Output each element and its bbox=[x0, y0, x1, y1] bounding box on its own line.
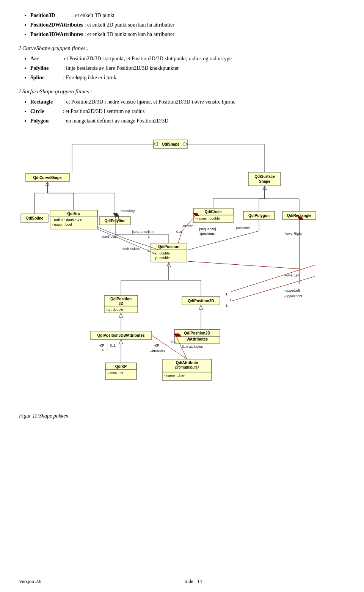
bullet-position3dw: Position3DWAttributes : et enkelt 3D pun… bbox=[30, 30, 345, 38]
svg-text:-startPosition: -startPosition bbox=[100, 235, 121, 239]
footer-page: Side : 14 bbox=[184, 578, 202, 584]
svg-text:0..n: 0..n bbox=[148, 230, 154, 234]
figure-caption: Figur 11:Shape pakken bbox=[19, 413, 345, 419]
svg-text:QdiPosition2D: QdiPosition2D bbox=[188, 299, 214, 303]
footer-version: Versjon 3.0 bbox=[19, 578, 41, 584]
svg-text:- major : bool: - major : bool bbox=[52, 223, 72, 226]
svg-text:-/positions: -/positions bbox=[199, 232, 215, 236]
bullet-desc: : et enkelt 3D punkt bbox=[56, 13, 115, 18]
svg-text:-positions: -positions bbox=[235, 226, 250, 230]
svg-text:QdiSpline: QdiSpline bbox=[26, 216, 44, 220]
svg-text:1: 1 bbox=[118, 217, 119, 220]
svg-text:- y : double: - y : double bbox=[153, 256, 170, 260]
svg-text:WAttributes: WAttributes bbox=[187, 337, 208, 341]
svg-text:QdiPolygon: QdiPolygon bbox=[248, 214, 270, 218]
svg-marker-124 bbox=[119, 313, 123, 317]
page-footer: Versjon 3.0 Side : 14 bbox=[0, 576, 364, 584]
svg-text:-attributes: -attributes bbox=[150, 349, 166, 353]
svg-text:Shape: Shape bbox=[259, 179, 270, 184]
svg-marker-83 bbox=[113, 213, 119, 217]
svg-marker-126 bbox=[199, 305, 203, 309]
polygon-desc: : en mangekant definert av mange Positio… bbox=[50, 118, 169, 124]
bullet-desc: : et enkelt 2D punkt som kan ha attribut… bbox=[85, 22, 174, 28]
circle-label: Circle bbox=[30, 108, 44, 114]
svg-text:QdiPosition2D: QdiPosition2D bbox=[184, 331, 210, 335]
svg-text:QdiShape: QdiShape bbox=[162, 142, 180, 146]
top-bullets: Position3D : et enkelt 3D punkt Position… bbox=[19, 11, 345, 38]
svg-text:0..n: 0..n bbox=[176, 230, 182, 234]
svg-line-110 bbox=[188, 261, 300, 269]
bullet-circle: Circle : et Position2D/3D i sentrum og r… bbox=[30, 107, 345, 115]
svg-text:QdiKP: QdiKP bbox=[115, 364, 127, 369]
svg-line-99 bbox=[182, 216, 195, 231]
svg-text:0..n: 0..n bbox=[171, 340, 176, 344]
svg-text:QdiCircle: QdiCircle bbox=[205, 210, 222, 214]
svg-text:-upperRight: -upperRight bbox=[284, 294, 303, 298]
diagram-svg: QdiShape QdiCurveShape QdiSurface Shape … bbox=[19, 132, 345, 405]
svg-text:- radius : double = 0.: - radius : double = 0. bbox=[52, 218, 83, 222]
svg-text:QdiPosition: QdiPosition bbox=[158, 245, 179, 249]
svg-text:0..n: 0..n bbox=[182, 345, 188, 349]
svg-text:1: 1 bbox=[148, 235, 150, 239]
svg-text:3D: 3D bbox=[119, 301, 124, 306]
svg-text:-center: -center bbox=[182, 224, 193, 228]
curve-shape-heading: I CurveShape gruppen finnes : bbox=[19, 45, 345, 52]
bullet-label: Position3DWAttributes bbox=[30, 31, 83, 37]
svg-text:QdiSurface: QdiSurface bbox=[254, 174, 275, 179]
polygon-label: Polygon bbox=[30, 118, 49, 124]
svg-text:QdiAttribute: QdiAttribute bbox=[176, 361, 198, 365]
bullet-position3d: Position3D : et enkelt 3D punkt bbox=[30, 11, 345, 19]
svg-text:1: 1 bbox=[226, 304, 228, 308]
svg-text:- radius : double: - radius : double bbox=[195, 217, 220, 220]
svg-text:-attributes: -attributes bbox=[188, 345, 203, 349]
svg-text:-KP: -KP bbox=[99, 344, 104, 347]
rectangle-label: Rectangle bbox=[30, 99, 53, 105]
svg-text:- code : int: - code : int bbox=[107, 371, 124, 375]
spline-label: Spline bbox=[30, 75, 44, 80]
svg-text:0..1: 0..1 bbox=[102, 348, 108, 352]
arc-label: Arc bbox=[30, 56, 39, 61]
bullet-polygon: Polygon : en mangekant definert av mange… bbox=[30, 117, 345, 125]
svg-text:{sequence}: {sequence} bbox=[199, 227, 216, 231]
svg-text:-endPosition: -endPosition bbox=[121, 247, 140, 251]
polyline-desc: : linje bestående av flere Position2D/3D… bbox=[50, 65, 179, 71]
svg-marker-131 bbox=[119, 339, 123, 344]
bullet-spline: Spline : Foreløpig ikke er i bruk. bbox=[30, 74, 345, 82]
svg-text:-boundary: -boundary bbox=[119, 209, 135, 213]
svg-text:1: 1 bbox=[226, 292, 228, 296]
svg-text:QdiPosition: QdiPosition bbox=[110, 297, 132, 301]
svg-text:QdiCurveShape: QdiCurveShape bbox=[33, 176, 61, 180]
circle-desc: : et Position2D/3D i sentrum og radius bbox=[46, 108, 145, 114]
bullet-label: Position3D bbox=[30, 13, 55, 18]
svg-text:-lowerRight: -lowerRight bbox=[284, 232, 302, 236]
spline-desc: : Foreløpig ikke er i bruk. bbox=[46, 75, 118, 80]
svg-text:0..1: 0..1 bbox=[110, 344, 116, 347]
svg-text:QdiArc: QdiArc bbox=[67, 212, 80, 216]
svg-text:QdiPolyline: QdiPolyline bbox=[104, 219, 125, 223]
uml-diagram: QdiShape QdiCurveShape QdiSurface Shape … bbox=[19, 132, 345, 405]
svg-text:1: 1 bbox=[229, 298, 231, 302]
surface-shape-heading: I SurfaceShape gruppen finnes : bbox=[19, 88, 345, 95]
svg-text:-upperLeft: -upperLeft bbox=[284, 289, 300, 292]
bullet-label: Position2DWAttributes bbox=[30, 22, 83, 28]
polyline-label: Polyline bbox=[30, 65, 49, 71]
svg-text:-KP: -KP bbox=[154, 344, 159, 347]
svg-text:QdiPosition3DWAttributes: QdiPosition3DWAttributes bbox=[97, 333, 145, 338]
rectangle-desc: : et Position2D/3D i nedre venstre hjørn… bbox=[54, 99, 235, 105]
arc-desc: : et Position2D/3D startpunkt, et Positi… bbox=[40, 56, 232, 61]
bullet-position2dw: Position2DWAttributes : et enkelt 2D pun… bbox=[30, 21, 345, 29]
curve-shape-section: I CurveShape gruppen finnes : Arc : et P… bbox=[19, 45, 345, 82]
bullet-rectangle: Rectangle : et Position2D/3D i nedre ven… bbox=[30, 98, 345, 106]
svg-text:- name : char*: - name : char* bbox=[164, 374, 186, 377]
svg-text:- z : double: - z : double bbox=[106, 308, 123, 311]
surface-shape-section: I SurfaceShape gruppen finnes : Rectangl… bbox=[19, 88, 345, 125]
bullet-arc: Arc : et Position2D/3D startpunkt, et Po… bbox=[30, 55, 345, 63]
svg-text:{fromattribute}: {fromattribute} bbox=[175, 365, 199, 369]
svg-text:{sequence}: {sequence} bbox=[132, 230, 149, 234]
svg-line-106 bbox=[188, 231, 259, 250]
svg-text:1: 1 bbox=[148, 249, 150, 253]
svg-line-143 bbox=[231, 265, 315, 292]
svg-text:- x : double: - x : double bbox=[153, 251, 170, 255]
bullet-desc: : et enkelt 3D punkt som kan ha attribut… bbox=[85, 31, 174, 37]
bullet-polyline: Polyline : linje bestående av flere Posi… bbox=[30, 64, 345, 72]
